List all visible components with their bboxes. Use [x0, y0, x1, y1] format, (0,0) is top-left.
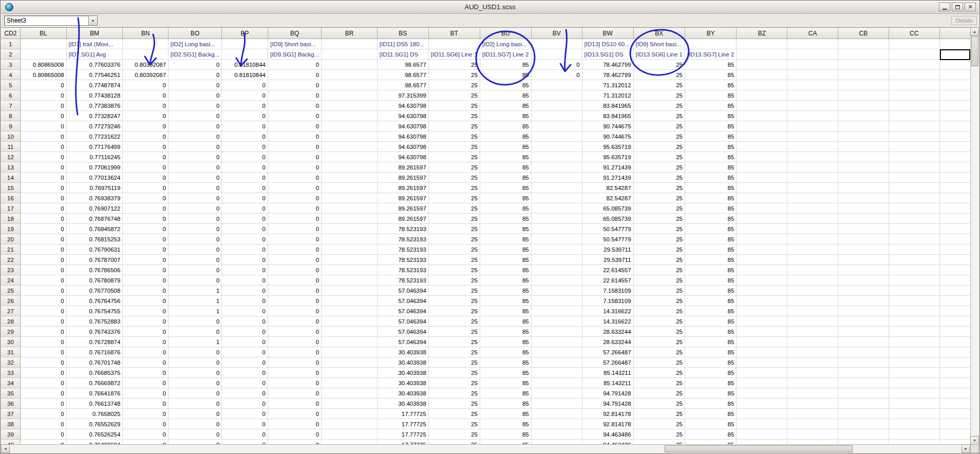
cell-bo-20[interactable]: 0 — [168, 234, 222, 244]
cell-bo-13[interactable]: 0 — [168, 162, 222, 173]
cell-bz-31[interactable] — [737, 347, 787, 357]
cell-bq-22[interactable]: 0 — [268, 255, 322, 265]
cell-bp-33[interactable]: 0 — [222, 368, 268, 378]
cell-bz-17[interactable] — [737, 203, 787, 214]
cell-br-1[interactable] — [322, 39, 378, 49]
cell-bq-9[interactable]: 0 — [268, 121, 322, 131]
cell-bt-1[interactable] — [429, 39, 480, 49]
cell-cc-10[interactable] — [889, 131, 940, 142]
horizontal-scrollbar[interactable]: ◄ ► — [1, 444, 970, 453]
cell-partial-30[interactable] — [940, 337, 971, 347]
cell-bo-23[interactable]: 0 — [168, 265, 222, 275]
row-header[interactable]: 20 — [1, 234, 21, 244]
cell-bl-6[interactable]: 0 — [21, 90, 67, 101]
cell-bv-29[interactable] — [532, 327, 582, 337]
cell-partial-20[interactable] — [940, 234, 971, 244]
cell-bn-23[interactable]: 0 — [123, 265, 168, 275]
cell-bv-21[interactable] — [532, 244, 582, 255]
col-header-cc[interactable]: CC — [889, 28, 940, 39]
cell-bp-10[interactable]: 0 — [222, 131, 268, 142]
cell-bu-4[interactable]: 85 — [480, 70, 532, 80]
cell-br-23[interactable] — [322, 265, 378, 275]
cell-bw-9[interactable]: 90.744675 — [582, 121, 634, 131]
cell-bz-6[interactable] — [737, 90, 787, 101]
cell-bw-16[interactable]: 82.54287 — [582, 193, 634, 203]
cell-bq-14[interactable]: 0 — [268, 173, 322, 183]
cell-bn-24[interactable]: 0 — [123, 275, 168, 286]
cell-bx-39[interactable]: 25 — [634, 429, 685, 440]
cell-by-2[interactable]: [ID13.SG7] Line 2 — [685, 49, 737, 60]
cell-bp-12[interactable]: 0 — [222, 152, 268, 162]
cell-bt-8[interactable]: 25 — [429, 111, 480, 121]
cell-cc-28[interactable] — [889, 316, 940, 327]
cell-bw-33[interactable]: 85.143211 — [582, 368, 634, 378]
cell-bm-1[interactable]: [ID7] trail (Movi... — [67, 39, 123, 49]
cell-ca-30[interactable] — [787, 337, 838, 347]
row-header[interactable]: 36 — [1, 399, 21, 409]
cell-bx-34[interactable]: 25 — [634, 378, 685, 388]
cell-bl-14[interactable]: 0 — [21, 173, 67, 183]
row-header[interactable]: 24 — [1, 275, 21, 286]
cell-ca-13[interactable] — [787, 162, 838, 173]
cell-bo-7[interactable]: 0 — [168, 101, 222, 111]
cell-ca-3[interactable] — [787, 60, 838, 70]
row-header[interactable]: 1 — [1, 39, 21, 49]
cell-bl-32[interactable]: 0 — [21, 357, 67, 368]
row-header[interactable]: 28 — [1, 316, 21, 327]
cell-bn-9[interactable]: 0 — [123, 121, 168, 131]
cell-bu-25[interactable]: 85 — [480, 286, 532, 296]
cell-cc-11[interactable] — [889, 142, 940, 152]
cell-bs-22[interactable]: 78.523193 — [378, 255, 429, 265]
cell-bs-36[interactable]: 30.403938 — [378, 399, 429, 409]
cell-partial-5[interactable] — [940, 80, 971, 90]
cell-bs-29[interactable]: 57.046394 — [378, 327, 429, 337]
cell-bz-11[interactable] — [737, 142, 787, 152]
cell-bu-34[interactable]: 85 — [480, 378, 532, 388]
cell-ca-4[interactable] — [787, 70, 838, 80]
cell-br-27[interactable] — [322, 306, 378, 316]
cell-bz-38[interactable] — [737, 419, 787, 429]
cell-bn-13[interactable]: 0 — [123, 162, 168, 173]
row-header[interactable]: 37 — [1, 409, 21, 419]
cell-cb-25[interactable] — [838, 286, 889, 296]
cell-bq-24[interactable]: 0 — [268, 275, 322, 286]
cell-cb-14[interactable] — [838, 173, 889, 183]
cell-bw-6[interactable]: 71.312012 — [582, 90, 634, 101]
cell-bt-25[interactable]: 25 — [429, 286, 480, 296]
cell-bx-6[interactable]: 25 — [634, 90, 685, 101]
cell-by-9[interactable]: 85 — [685, 121, 737, 131]
cell-bx-8[interactable]: 25 — [634, 111, 685, 121]
cell-bq-34[interactable]: 0 — [268, 378, 322, 388]
cell-bu-24[interactable]: 85 — [480, 275, 532, 286]
cell-partial-27[interactable] — [940, 306, 971, 316]
cell-bq-15[interactable]: 0 — [268, 183, 322, 193]
cell-bv-9[interactable] — [532, 121, 582, 131]
cell-bs-15[interactable]: 89.261597 — [378, 183, 429, 193]
cell-bs-14[interactable]: 89.261597 — [378, 173, 429, 183]
cell-bs-10[interactable]: 94.630798 — [378, 131, 429, 142]
cell-bt-31[interactable]: 25 — [429, 347, 480, 357]
cell-br-13[interactable] — [322, 162, 378, 173]
cell-cc-24[interactable] — [889, 275, 940, 286]
cell-partial-37[interactable] — [940, 409, 971, 419]
cell-bp-16[interactable]: 0 — [222, 193, 268, 203]
cell-cb-28[interactable] — [838, 316, 889, 327]
col-header-bo[interactable]: BO — [168, 28, 222, 39]
cell-bw-26[interactable]: 7.1583109 — [582, 296, 634, 306]
cell-bt-22[interactable]: 25 — [429, 255, 480, 265]
cell-bz-7[interactable] — [737, 101, 787, 111]
cell-cc-32[interactable] — [889, 357, 940, 368]
cell-bs-26[interactable]: 57.046394 — [378, 296, 429, 306]
cell-bp-8[interactable]: 0 — [222, 111, 268, 121]
col-header-bz[interactable]: BZ — [737, 28, 787, 39]
cell-bu-23[interactable]: 85 — [480, 265, 532, 275]
cell-cc-39[interactable] — [889, 429, 940, 440]
cell-bl-16[interactable]: 0 — [21, 193, 67, 203]
cell-bv-38[interactable] — [532, 419, 582, 429]
cell-partial-17[interactable] — [940, 203, 971, 214]
cell-bo-25[interactable]: 1 — [168, 286, 222, 296]
cell-bn-28[interactable]: 0 — [123, 316, 168, 327]
cell-bs-27[interactable]: 57.046394 — [378, 306, 429, 316]
cell-bq-18[interactable]: 0 — [268, 214, 322, 224]
cell-partial-1[interactable] — [940, 39, 971, 49]
